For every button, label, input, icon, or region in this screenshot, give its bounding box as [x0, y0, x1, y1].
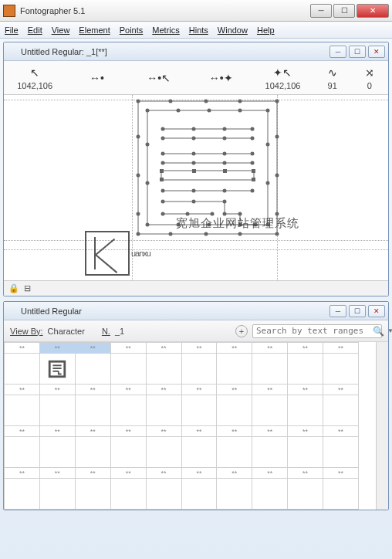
- minimize-button[interactable]: ─: [310, 4, 332, 18]
- glyph-cell[interactable]: [288, 479, 323, 510]
- glyph-header-cell[interactable]: **: [75, 343, 110, 354]
- glyph-header-cell[interactable]: **: [217, 426, 252, 437]
- glyph-header-cell[interactable]: **: [181, 385, 217, 395]
- tool-hmove-pointer[interactable]: ↔•↖: [128, 71, 190, 85]
- glyph-cell[interactable]: [252, 479, 288, 510]
- glyph-header-cell[interactable]: **: [110, 385, 146, 395]
- glyph-cell[interactable]: [217, 437, 252, 468]
- menu-window[interactable]: Window: [218, 25, 248, 35]
- nav-label[interactable]: N.: [102, 327, 110, 336]
- glyph-header-cell[interactable]: **: [146, 468, 181, 479]
- glyph-header-cell[interactable]: **: [252, 343, 288, 354]
- glyph-header-cell[interactable]: **: [288, 385, 323, 395]
- glyph-cell[interactable]: [110, 437, 146, 468]
- glyph-header-cell[interactable]: **: [75, 426, 110, 437]
- glyph-cell[interactable]: [181, 354, 217, 385]
- glyph-header-cell[interactable]: **: [39, 426, 75, 437]
- glyph-header-cell[interactable]: **: [5, 385, 40, 395]
- glyph-cell[interactable]: [110, 354, 146, 385]
- glyph-header-cell[interactable]: **: [288, 426, 323, 437]
- glyph-cell[interactable]: [39, 354, 75, 385]
- glyph-grid[interactable]: ****************************************…: [4, 342, 388, 510]
- tool-star-pointer[interactable]: ✦↖ 1042,106: [252, 66, 313, 90]
- menu-points[interactable]: Points: [120, 25, 144, 35]
- view-mode[interactable]: Character: [48, 327, 85, 336]
- glyph-header-cell[interactable]: **: [146, 343, 181, 354]
- glyph-cell[interactable]: [181, 479, 217, 510]
- glyph-cell[interactable]: [288, 354, 323, 385]
- glyph-header-cell[interactable]: **: [146, 426, 181, 437]
- glyph-cell[interactable]: [75, 479, 110, 510]
- glyph-header-cell[interactable]: **: [252, 426, 288, 437]
- tool-hmove-star[interactable]: ↔•✦: [190, 71, 252, 85]
- menu-metrics[interactable]: Metrics: [152, 25, 179, 35]
- glyph-cell[interactable]: [323, 395, 359, 426]
- glyph-cell[interactable]: [288, 395, 323, 426]
- glyph-cell[interactable]: [217, 479, 252, 510]
- glyph-header-cell[interactable]: **: [39, 468, 75, 479]
- glyph-cell[interactable]: [146, 479, 181, 510]
- glyph-header-cell[interactable]: **: [323, 468, 359, 479]
- glyph-header-cell[interactable]: **: [217, 468, 252, 479]
- glyph-cell[interactable]: [39, 479, 75, 510]
- glyph-header-cell[interactable]: **: [323, 426, 359, 437]
- glyph-header-cell[interactable]: **: [110, 426, 146, 437]
- editor-minimize-button[interactable]: ─: [329, 46, 346, 58]
- glyph-header-cell[interactable]: **: [217, 385, 252, 395]
- glyph-header-cell[interactable]: **: [110, 468, 146, 479]
- glyph-header-cell[interactable]: **: [323, 343, 359, 354]
- glyph-header-cell[interactable]: **: [181, 426, 217, 437]
- glyph-cell[interactable]: [217, 395, 252, 426]
- glyph-header-cell[interactable]: **: [288, 468, 323, 479]
- close-button[interactable]: ✕: [357, 4, 389, 18]
- menu-file[interactable]: File: [5, 25, 19, 35]
- glyph-header-cell[interactable]: **: [217, 343, 252, 354]
- search-box[interactable]: 🔍 ▼: [252, 324, 382, 338]
- add-glyph-button[interactable]: +: [235, 325, 248, 337]
- glyph-header-cell[interactable]: **: [75, 385, 110, 395]
- glyph-cell[interactable]: [146, 395, 181, 426]
- glyph-header-cell[interactable]: **: [5, 468, 40, 479]
- menu-view[interactable]: View: [52, 25, 70, 35]
- glyph-cell[interactable]: [110, 479, 146, 510]
- glyph-header-cell[interactable]: **: [75, 468, 110, 479]
- glyph-header-cell[interactable]: **: [323, 385, 359, 395]
- glyph-cell[interactable]: [252, 395, 288, 426]
- glyph-cell[interactable]: [75, 437, 110, 468]
- view-by-label[interactable]: View By:: [10, 327, 43, 336]
- search-input[interactable]: [256, 326, 370, 336]
- menu-help[interactable]: Help: [257, 25, 275, 35]
- glyph-header-cell[interactable]: **: [252, 468, 288, 479]
- glyph-cell[interactable]: [146, 354, 181, 385]
- glyph-header-cell[interactable]: **: [288, 343, 323, 354]
- glyph-cell[interactable]: [146, 437, 181, 468]
- glyph-cell[interactable]: [110, 395, 146, 426]
- glyph-canvas[interactable]: [4, 95, 388, 280]
- glyph-cell[interactable]: [323, 354, 359, 385]
- tool-wave[interactable]: ∿ 91: [314, 66, 351, 90]
- glyph-cell[interactable]: [323, 437, 359, 468]
- glyph-cell[interactable]: [217, 354, 252, 385]
- glyph-cell[interactable]: [5, 354, 40, 385]
- tool-pointer[interactable]: ↖ 1042,106: [4, 66, 66, 90]
- menu-element[interactable]: Element: [79, 25, 110, 35]
- glyph-cell[interactable]: [39, 437, 75, 468]
- glyph-cell[interactable]: [181, 437, 217, 468]
- lock-icon[interactable]: 🔒: [8, 283, 19, 293]
- editor-maximize-button[interactable]: ☐: [349, 46, 366, 58]
- font-close-button[interactable]: ✕: [368, 305, 385, 317]
- glyph-cell[interactable]: [75, 395, 110, 426]
- glyph-header-cell[interactable]: **: [5, 343, 40, 354]
- glyph-cell[interactable]: [252, 437, 288, 468]
- slider-icon[interactable]: ⊟: [24, 283, 31, 293]
- glyph-cell[interactable]: [5, 437, 40, 468]
- glyph-cell[interactable]: [5, 395, 40, 426]
- glyph-cell[interactable]: [323, 479, 359, 510]
- vertical-scrollbar[interactable]: [376, 342, 388, 510]
- editor-close-button[interactable]: ✕: [368, 46, 385, 58]
- font-minimize-button[interactable]: ─: [329, 305, 346, 317]
- glyph-cell[interactable]: [75, 354, 110, 385]
- menu-edit[interactable]: Edit: [28, 25, 42, 35]
- maximize-button[interactable]: ☐: [333, 4, 355, 18]
- glyph-header-cell[interactable]: **: [39, 385, 75, 395]
